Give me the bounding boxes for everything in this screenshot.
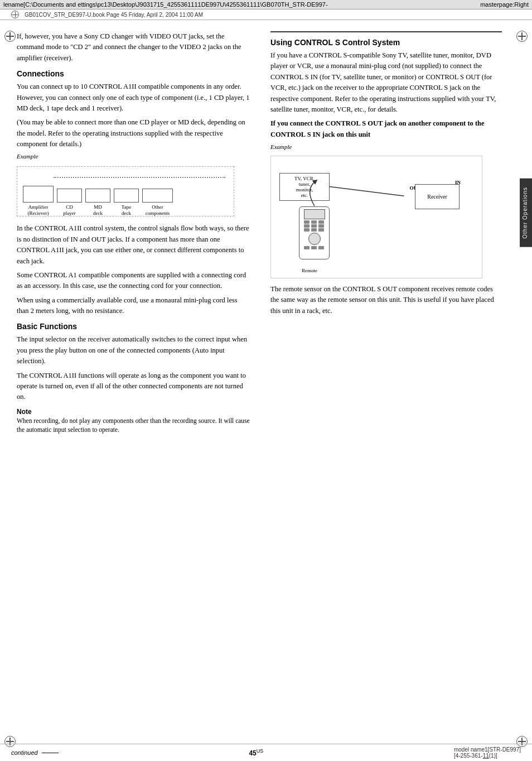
remote-btn-9 (318, 228, 324, 232)
remote-buttons (304, 220, 325, 232)
md-box (85, 189, 110, 203)
left-column: If, however, you have a Sony CD changer … (0, 26, 262, 445)
tape-box (114, 189, 139, 203)
body-para3: When using a commercially available cord… (17, 295, 251, 317)
md-component: MDdeck (85, 189, 110, 216)
continued-area: continued (11, 749, 59, 756)
remote-btn-7 (304, 228, 309, 232)
connections-heading: Connections (17, 69, 251, 78)
remote-btn-2 (311, 220, 317, 224)
components-diagram: Amplifier(Reciever) CDplayer MDdeck Tape… (17, 166, 234, 216)
top-divider (270, 31, 502, 32)
remote-btn-6 (318, 224, 324, 228)
remote-circle (308, 233, 321, 245)
cd-component: CDplayer (57, 189, 82, 216)
example-label-right: Example (270, 143, 502, 150)
remote-screen (304, 209, 325, 219)
main-content: If, however, you have a Sony CD changer … (0, 20, 532, 445)
connection-line (54, 177, 225, 178)
remote-btn-4 (304, 224, 309, 228)
remote-btn-5 (311, 224, 317, 228)
remote-buttons-2 (304, 246, 325, 249)
remote-box (299, 206, 330, 259)
md-label: MDdeck (93, 204, 103, 216)
connections-para1: You can connect up to 10 CONTROL A1II co… (17, 81, 251, 114)
remote-btn-3 (318, 220, 324, 224)
svg-line-0 (330, 187, 404, 196)
sub-header: GB01COV_STR_DE997-U.book Page 45 Friday,… (0, 9, 532, 20)
top-bar-left: lename[C:\Documents and ettings\pc13\Des… (3, 1, 328, 8)
using-para1: If you have a CONTROL S-compatible Sony … (270, 50, 502, 115)
bottom-bar: continued 45US model name1[STR-DE997][4-… (0, 744, 532, 761)
right-column: Using CONTROL S Control System If you ha… (262, 26, 507, 445)
model-info: model name1[STR-DE997][4-255-361-11(1)] (454, 746, 521, 759)
remote-label-text: Remote (302, 268, 317, 273)
page-sup: US (257, 748, 264, 754)
components-diagram-area: Amplifier(Reciever) CDplayer MDdeck Tape… (17, 166, 251, 216)
using-heading: Using CONTROL S Control System (270, 38, 502, 47)
other-label: Othercomponents (146, 204, 170, 216)
connections-para2: (You may be able to connect more than on… (17, 117, 251, 150)
cd-box (57, 189, 82, 203)
body-para2: Some CONTROL A1 compatible components ar… (17, 270, 251, 292)
cd-label: CDplayer (63, 204, 76, 216)
example-label-left: Example (17, 153, 251, 160)
amplifier-component: Amplifier(Reciever) (23, 186, 54, 216)
crosshair-icon (11, 11, 19, 18)
right-diagram: TV, VCR,tuner,monitor,etc. OUT IN Receiv… (270, 156, 502, 278)
remote-btn-12 (318, 246, 324, 249)
bold-heading: If you connect the CONTROL S OUT jack on… (270, 119, 485, 138)
remote-btn-11 (311, 246, 317, 249)
top-bar: lename[C:\Documents and ettings\pc13\Des… (0, 0, 532, 9)
closing-para: The remote sensor on the CONTROL S OUT c… (270, 284, 502, 316)
other-box (142, 189, 173, 203)
amplifier-box (23, 186, 54, 203)
basic-para2: The CONTROL A1II functions will operate … (17, 370, 251, 403)
basic-functions-heading: Basic Functions (17, 322, 251, 331)
side-tab: Other Operations (520, 179, 532, 247)
remote-btn-10 (304, 246, 309, 249)
top-bar-right: masterpage:Right (480, 1, 529, 8)
tv-box: TV, VCR,tuner,monitor,etc. (279, 173, 330, 201)
continued-text: continued (11, 749, 59, 756)
tv-receiver-diagram: TV, VCR,tuner,monitor,etc. OUT IN Receiv… (270, 156, 482, 278)
remote-btn-8 (311, 228, 317, 232)
other-component: Othercomponents (142, 189, 173, 216)
basic-para1: The input selector on the receiver autom… (17, 334, 251, 367)
page-number: 45US (249, 749, 263, 757)
tape-component: Tapedeck (114, 189, 139, 216)
tape-label: Tapedeck (122, 204, 131, 216)
tv-label: TV, VCR,tuner,monitor,etc. (294, 176, 315, 198)
body-para1: In the CONTROL A1II control system, the … (17, 223, 251, 267)
crosshair-tl-icon (4, 31, 16, 42)
crosshair-tr-icon (516, 31, 528, 42)
amplifier-label: Amplifier(Reciever) (28, 204, 49, 216)
note-text: When recording, do not play any componen… (17, 417, 250, 433)
intro-paragraph: If, however, you have a Sony CD changer … (17, 31, 251, 64)
receiver-box: Receiver (415, 184, 460, 209)
page-number-area: 45US (249, 748, 263, 757)
remote-btn-1 (304, 220, 309, 224)
note-heading: Note (17, 408, 32, 416)
sub-header-text: GB01COV_STR_DE997-U.book Page 45 Friday,… (25, 12, 203, 18)
receiver-label: Receiver (427, 194, 447, 200)
